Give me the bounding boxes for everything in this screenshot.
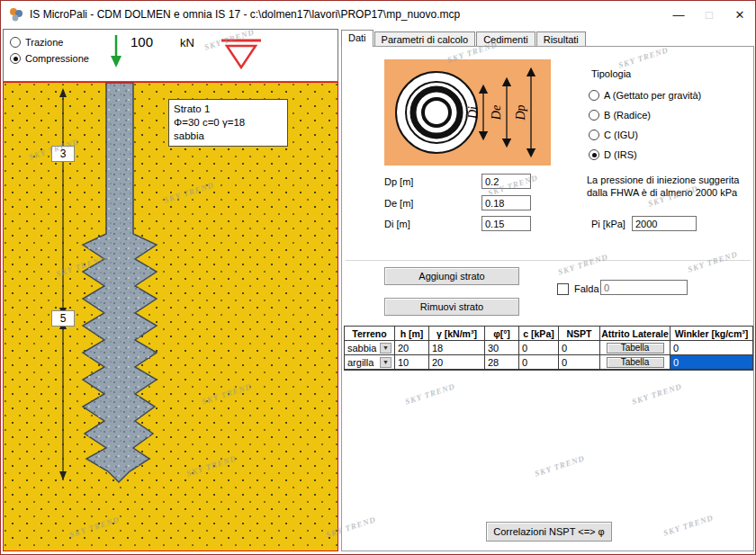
dp-label: Dp [m] [384, 176, 413, 187]
radio-tipologia-d[interactable]: D (IRS) [589, 149, 637, 160]
dp-input[interactable] [482, 174, 531, 189]
header-c: c [kPa] [519, 327, 559, 341]
cell-attrito: Tabella [600, 355, 670, 370]
add-stratum-button[interactable]: Aggiungi strato [384, 267, 519, 285]
cell-gamma[interactable]: 20 [429, 355, 485, 370]
di-input[interactable] [482, 216, 531, 231]
cell-phi[interactable]: 28 [485, 355, 519, 370]
depth-label-3: 3 [51, 146, 75, 162]
nspt-correlation-button[interactable]: Correlazioni NSPT <=> φ [486, 522, 612, 542]
depth-label-5: 5 [51, 310, 75, 327]
radio-tipologia-b[interactable]: B (Radice) [589, 110, 651, 121]
cell-c[interactable]: 0 [519, 341, 559, 355]
cell-h[interactable]: 10 [395, 355, 429, 370]
header-winkler: Winkler [kg/cm³] [670, 327, 752, 341]
cell-winkler[interactable]: 0 [670, 355, 752, 370]
strata-table: Terreno h [m] γ [kN/m³] φ[°] c [kPa] NSP… [344, 326, 753, 371]
annotation-line1: Strato 1 [174, 103, 283, 116]
radio-icon [10, 53, 21, 64]
minimize-button[interactable]: — [663, 1, 694, 28]
table-row: sabbia▼ 20 18 30 0 0 Tabella 0 [345, 341, 752, 355]
close-button[interactable]: ✕ [724, 1, 755, 28]
remove-stratum-button[interactable]: Rimuovi strato [384, 298, 519, 316]
header-h: h [m] [395, 327, 429, 341]
dati-pane: Di De Dp Tipologia A (Gettato per gravit… [341, 46, 754, 551]
window-controls: — □ ✕ [663, 1, 755, 28]
radio-tipologia-d-label: D (IRS) [604, 149, 637, 160]
chevron-down-icon[interactable]: ▼ [380, 343, 392, 354]
stratum-annotation: Strato 1 Φ=30 c=0 γ=18 sabbia [168, 99, 288, 147]
cell-nspt[interactable]: 0 [559, 341, 600, 355]
tab-parametri-di-calcolo[interactable]: Parametri di calcolo [374, 31, 476, 47]
load-panel: Trazione Compressione 100 kN [3, 29, 338, 82]
falda-label: Falda [574, 283, 599, 294]
radio-compressione-label: Compressione [25, 53, 89, 64]
load-symbol-icon [218, 35, 265, 76]
cell-attrito: Tabella [600, 341, 670, 355]
radio-icon [10, 37, 21, 48]
radio-compressione[interactable]: Compressione [10, 53, 89, 64]
chevron-down-icon[interactable]: ▼ [380, 357, 392, 368]
header-phi: φ[°] [485, 327, 519, 341]
tab-cedimenti[interactable]: Cedimenti [476, 31, 536, 47]
di-label: Di [m] [384, 219, 410, 229]
cell-gamma[interactable]: 18 [429, 341, 485, 355]
terreno-value: sabbia [347, 343, 376, 354]
pi-input[interactable] [632, 216, 697, 231]
de-input[interactable] [482, 195, 531, 210]
annotation-line3: sabbia [174, 130, 283, 143]
diagram-label-dp: Dp [514, 104, 527, 121]
radio-tipologia-a[interactable]: A (Gettato per gravità) [589, 90, 701, 101]
diagram-label-di: Di [466, 106, 480, 120]
radio-trazione-label: Trazione [25, 37, 63, 48]
radio-icon [589, 149, 599, 160]
cell-h[interactable]: 20 [395, 341, 429, 355]
fhwa-pressure-note: La pressione di iniezione suggerita dall… [587, 174, 756, 200]
tabella-button[interactable]: Tabella [607, 357, 664, 368]
pile-section-diagram: Di De Dp [384, 59, 551, 166]
radio-tipologia-c-label: C (IGU) [604, 130, 638, 140]
cell-terreno-combobox[interactable]: argilla▼ [345, 355, 395, 370]
cell-phi[interactable]: 30 [485, 341, 519, 355]
tabella-button[interactable]: Tabella [607, 343, 664, 354]
titlebar: IS MicroPali - CDM DOLMEN e omnia IS 17 … [1, 1, 755, 28]
radio-tipologia-a-label: A (Gettato per gravità) [604, 90, 701, 101]
load-unit: kN [180, 36, 194, 49]
tab-strip: Dati Parametri di calcolo Cedimenti Risu… [341, 30, 587, 47]
table-header-row: Terreno h [m] γ [kN/m³] φ[°] c [kPa] NSP… [345, 327, 752, 341]
app-icon [8, 6, 24, 22]
tab-risultati[interactable]: Risultati [536, 31, 586, 47]
header-nspt: NSPT [559, 327, 600, 341]
soil-drawing: 3 5 Strato 1 Φ=30 c=0 γ=18 sabbia [3, 82, 338, 551]
tab-dati[interactable]: Dati [341, 30, 374, 47]
header-terreno: Terreno [345, 327, 395, 341]
header-attrito-laterale: Attrito Laterale [600, 327, 670, 341]
tipologia-title: Tipologia [591, 68, 631, 79]
header-gamma: γ [kN/m³] [429, 327, 485, 341]
annotation-line2: Φ=30 c=0 γ=18 [174, 116, 283, 130]
table-row: argilla▼ 10 20 28 0 0 Tabella 0 [345, 355, 752, 370]
radio-icon [589, 110, 599, 121]
cell-nspt[interactable]: 0 [559, 355, 600, 370]
de-label: De [m] [384, 198, 413, 209]
pi-label: Pi [kPa] [591, 219, 626, 229]
cell-winkler[interactable]: 0 [670, 341, 752, 355]
radio-trazione[interactable]: Trazione [10, 37, 63, 48]
falda-checkbox[interactable] [557, 283, 569, 295]
cell-terreno-combobox[interactable]: sabbia▼ [345, 341, 395, 355]
divider [346, 260, 751, 261]
cell-c[interactable]: 0 [519, 355, 559, 370]
load-value: 100 [130, 34, 153, 49]
window-title: IS MicroPali - CDM DOLMEN e omnia IS 17 … [30, 8, 460, 21]
radio-icon [589, 130, 599, 140]
diagram-label-de: De [490, 105, 503, 121]
radio-icon [589, 90, 599, 101]
app-window: IS MicroPali - CDM DOLMEN e omnia IS 17 … [0, 0, 756, 555]
green-down-arrow-icon [104, 32, 128, 72]
maximize-button[interactable]: □ [694, 1, 724, 28]
radio-tipologia-c[interactable]: C (IGU) [589, 130, 638, 140]
falda-input[interactable] [600, 280, 688, 295]
terreno-value: argilla [347, 357, 374, 368]
radio-tipologia-b-label: B (Radice) [604, 110, 651, 121]
